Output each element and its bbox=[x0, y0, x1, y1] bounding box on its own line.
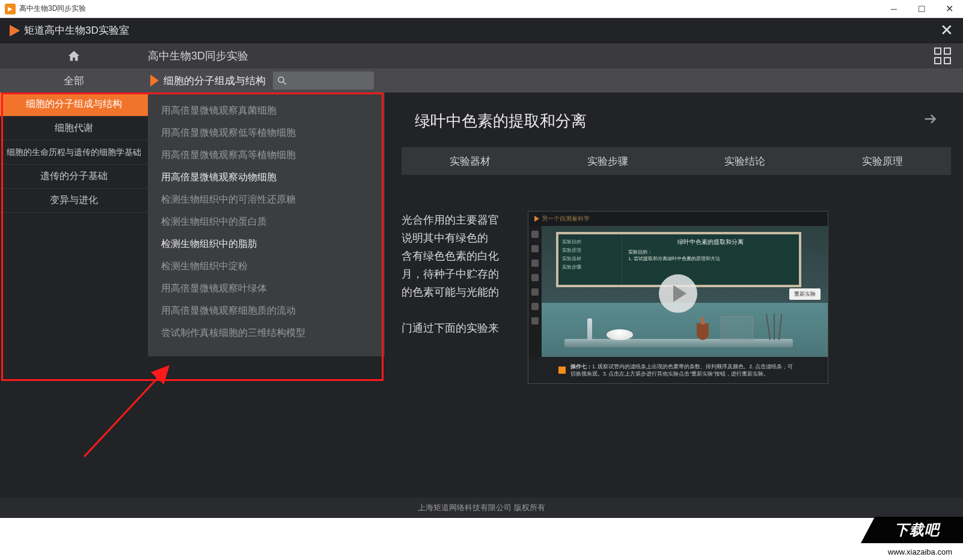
window-title: 高中生物3D同步实验 bbox=[19, 4, 86, 14]
description-text: 光合作用的主要器官 说明其中有绿色的 含有绿色色素的白化 月，待种子中贮存的 的… bbox=[402, 211, 510, 384]
experiment-dropdown: 用高倍显微镜观察真菌细胞 用高倍显微镜观察低等植物细胞 用高倍显微镜观察高等植物… bbox=[148, 93, 385, 356]
logo-icon bbox=[10, 25, 19, 36]
tab-equipment[interactable]: 实验器材 bbox=[402, 147, 539, 175]
main-header: 绿叶中色素的提取和分离 bbox=[385, 93, 951, 147]
experiment-item[interactable]: 检测生物组织中的可溶性还原糖 bbox=[148, 189, 385, 211]
category-label: 细胞的分子组成与结构 bbox=[164, 74, 266, 88]
app-close-button[interactable]: ✕ bbox=[940, 21, 953, 40]
main-content: 绿叶中色素的提取和分离 实验器材 实验步骤 实验结论 实验原理 光合作用的主要器… bbox=[385, 93, 951, 384]
square-icon bbox=[558, 367, 566, 374]
video-thumbnail[interactable]: 另一个自测量科学 实验目的 实验原理 实验器材 实验步骤 绿叶中色素的提取和分离… bbox=[528, 211, 828, 384]
experiment-item[interactable]: 用高倍显微镜观察高等植物细胞 bbox=[148, 144, 385, 166]
experiment-item[interactable]: 用高倍显微镜观察低等植物细胞 bbox=[148, 122, 385, 144]
experiment-item[interactable]: 尝试制作真核细胞的三维结构模型 bbox=[148, 322, 385, 344]
experiment-item[interactable]: 用高倍显微镜观察真菌细胞 bbox=[148, 100, 385, 122]
experiment-item[interactable]: 检测生物组织中的脂肪 bbox=[148, 233, 385, 255]
experiment-item[interactable]: 检测生物组织中的蛋白质 bbox=[148, 211, 385, 233]
logo-icon bbox=[534, 216, 539, 222]
home-button[interactable] bbox=[0, 43, 148, 68]
restart-button[interactable]: 重新实验 bbox=[789, 288, 821, 300]
app-icon: ▶ bbox=[5, 4, 16, 14]
play-button[interactable] bbox=[659, 275, 697, 313]
tube-rack-icon bbox=[721, 316, 753, 340]
thumb-brand-bar: 另一个自测量科学 bbox=[528, 212, 828, 226]
home-icon bbox=[67, 49, 81, 62]
experiment-item[interactable]: 用高倍显微镜观察叶绿体 bbox=[148, 278, 385, 300]
thumb-caption: 操作七：1. 观察试管内的滤纸条上出现的色素带的条数、排列顺序及颜色。2. 点击… bbox=[528, 357, 828, 383]
app-shell: 矩道高中生物3D实验室 ✕ 高中生物3D同步实验 全部 细胞的分子组成与结构 细… bbox=[0, 18, 963, 518]
annotation-arrow-icon bbox=[78, 355, 186, 463]
content-row: 光合作用的主要器官 说明其中有绿色的 含有绿色色素的白化 月，待种子中贮存的 的… bbox=[402, 211, 951, 384]
chevron-right-icon bbox=[150, 75, 159, 87]
search-input[interactable] bbox=[273, 72, 374, 90]
app-title: 矩道高中生物3D实验室 bbox=[24, 23, 129, 37]
sidebar: 细胞的分子组成与结构 细胞代谢 细胞的生命历程与遗传的细胞学基础 遗传的分子基础… bbox=[0, 93, 148, 213]
footer: 上海矩道网络科技有限公司 版权所有 bbox=[0, 498, 963, 518]
watermark-top: 下载吧 bbox=[870, 517, 963, 543]
top-nav: 高中生物3D同步实验 bbox=[0, 43, 963, 68]
copyright-text: 上海矩道网络科技有限公司 版权所有 bbox=[418, 502, 545, 513]
search-icon bbox=[277, 75, 287, 86]
flask-icon bbox=[697, 323, 709, 340]
sidebar-item-molecular[interactable]: 细胞的分子组成与结构 bbox=[0, 93, 148, 117]
thumb-toolbar bbox=[528, 226, 542, 357]
sticks-icon bbox=[764, 311, 788, 340]
watermark: 下载吧 www.xiazaiba.com bbox=[861, 517, 963, 560]
category-row: 全部 细胞的分子组成与结构 bbox=[0, 68, 963, 93]
svg-line-1 bbox=[283, 82, 286, 85]
svg-line-2 bbox=[84, 367, 168, 457]
tab-bar: 实验器材 实验步骤 实验结论 实验原理 bbox=[402, 147, 951, 175]
arrow-right-icon bbox=[922, 111, 939, 127]
sidebar-item-genetics[interactable]: 遗传的分子基础 bbox=[0, 165, 148, 189]
experiment-item[interactable]: 用高倍显微镜观察细胞质的流动 bbox=[148, 300, 385, 322]
sidebar-item-evolution[interactable]: 变异与进化 bbox=[0, 189, 148, 213]
cylinder-icon bbox=[587, 318, 592, 340]
tab-principle[interactable]: 实验原理 bbox=[814, 147, 952, 175]
window-controls: ─ ☐ ✕ bbox=[880, 0, 963, 18]
sidebar-item-lifecycle[interactable]: 细胞的生命历程与遗传的细胞学基础 bbox=[0, 141, 148, 165]
mortar-icon bbox=[607, 329, 633, 340]
sidebar-item-metabolism[interactable]: 细胞代谢 bbox=[0, 117, 148, 141]
watermark-url: www.xiazaiba.com bbox=[861, 543, 963, 560]
svg-point-0 bbox=[278, 77, 284, 82]
app-header: 矩道高中生物3D实验室 ✕ bbox=[0, 18, 963, 43]
maximize-button[interactable]: ☐ bbox=[908, 0, 935, 18]
app-logo: 矩道高中生物3D实验室 bbox=[10, 23, 129, 37]
tab-conclusion[interactable]: 实验结论 bbox=[676, 147, 814, 175]
category-selected[interactable]: 细胞的分子组成与结构 bbox=[148, 68, 266, 93]
category-all[interactable]: 全部 bbox=[0, 68, 148, 93]
window-titlebar: ▶ 高中生物3D同步实验 ─ ☐ ✕ bbox=[0, 0, 963, 18]
minimize-button[interactable]: ─ bbox=[880, 0, 908, 18]
page-title: 绿叶中色素的提取和分离 bbox=[415, 111, 587, 132]
next-arrow-button[interactable] bbox=[922, 111, 939, 132]
nav-title: 高中生物3D同步实验 bbox=[148, 49, 248, 63]
window-close-button[interactable]: ✕ bbox=[935, 0, 963, 18]
grid-icon bbox=[934, 47, 941, 55]
grid-view-button[interactable] bbox=[934, 47, 951, 64]
experiment-item[interactable]: 检测生物组织中淀粉 bbox=[148, 255, 385, 278]
tab-steps[interactable]: 实验步骤 bbox=[539, 147, 677, 175]
experiment-item[interactable]: 用高倍显微镜观察动物细胞 bbox=[148, 166, 385, 189]
